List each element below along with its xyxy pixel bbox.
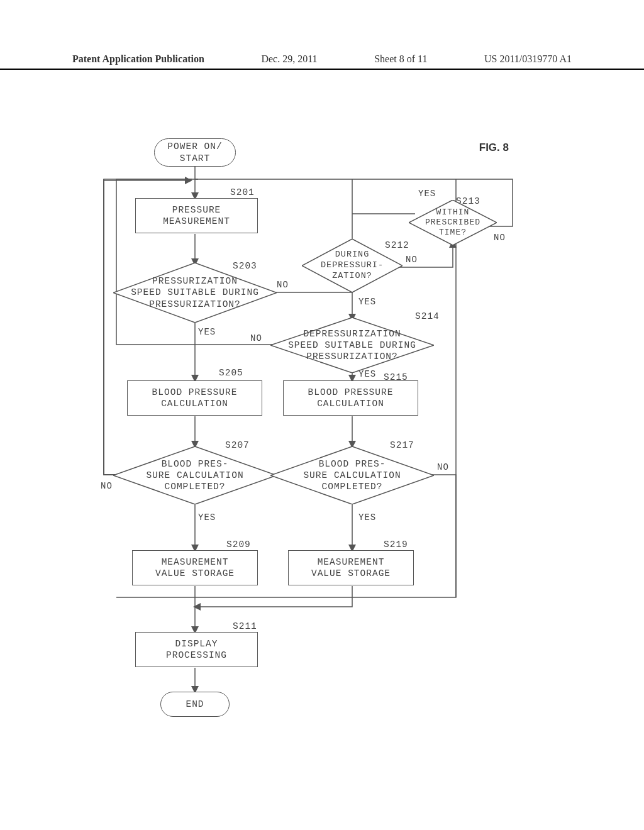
s209-text: MEASUREMENT VALUE STORAGE xyxy=(155,556,235,579)
page-header: Patent Application Publication Dec. 29, … xyxy=(0,53,644,70)
s213-yes: YES xyxy=(418,189,436,199)
s212-no: NO xyxy=(406,255,418,265)
s205-text: BLOOD PRESSURE CALCULATION xyxy=(152,387,238,409)
step-s209: MEASUREMENT VALUE STORAGE xyxy=(132,550,258,585)
label-s201: S201 xyxy=(230,187,255,197)
s203-no: NO xyxy=(277,280,289,290)
label-s219: S219 xyxy=(384,540,408,550)
step-s217: BLOOD PRES- SURE CALCULATION COMPLETED? xyxy=(270,446,434,504)
start-text: POWER ON/ START xyxy=(167,141,222,163)
s214-no: NO xyxy=(250,333,262,343)
step-s207: BLOOD PRES- SURE CALCULATION COMPLETED? xyxy=(113,446,277,504)
s207-no: NO xyxy=(101,481,113,491)
label-s205: S205 xyxy=(219,368,243,378)
end-text: END xyxy=(186,699,204,710)
s207-yes: YES xyxy=(198,512,216,523)
s203-text: PRESSURIZATION SPEED SUITABLE DURING PRE… xyxy=(131,275,259,309)
s212-text: DURING DEPRESSURI- ZATION? xyxy=(321,250,384,282)
s214-text: DEPRESSURIZATION SPEED SUITABLE DURING P… xyxy=(288,328,416,362)
s217-text: BLOOD PRES- SURE CALCULATION COMPLETED? xyxy=(303,458,401,492)
s201-text: PRESSURE MEASUREMENT xyxy=(163,204,230,227)
label-s209: S209 xyxy=(226,540,251,550)
s217-yes: YES xyxy=(358,512,376,523)
s211-text: DISPLAY PROCESSING xyxy=(166,638,227,661)
end-terminal: END xyxy=(160,692,230,717)
s207-text: BLOOD PRES- SURE CALCULATION COMPLETED? xyxy=(146,458,243,492)
header-pubno: US 2011/0319770 A1 xyxy=(484,53,572,65)
step-s211: DISPLAY PROCESSING xyxy=(135,632,258,667)
header-left: Patent Application Publication xyxy=(72,53,204,65)
start-terminal: POWER ON/ START xyxy=(154,138,236,167)
step-s214: DEPRESSURIZATION SPEED SUITABLE DURING P… xyxy=(270,318,434,373)
step-s215: BLOOD PRESSURE CALCULATION xyxy=(283,380,418,416)
step-s219: MEASUREMENT VALUE STORAGE xyxy=(288,550,414,585)
s203-yes: YES xyxy=(198,327,216,337)
step-s203: PRESSURIZATION SPEED SUITABLE DURING PRE… xyxy=(113,263,277,323)
label-s211: S211 xyxy=(233,621,257,631)
s217-no: NO xyxy=(437,462,449,472)
header-sheet: Sheet 8 of 11 xyxy=(374,53,427,65)
s212-yes: YES xyxy=(358,297,376,307)
header-date: Dec. 29, 2011 xyxy=(261,53,317,65)
step-s205: BLOOD PRESSURE CALCULATION xyxy=(127,380,262,416)
s215-text: BLOOD PRESSURE CALCULATION xyxy=(308,387,394,409)
s219-text: MEASUREMENT VALUE STORAGE xyxy=(311,556,391,579)
flowchart: POWER ON/ START S201 PRESSURE MEASUREMEN… xyxy=(101,132,547,767)
step-s212: DURING DEPRESSURI- ZATION? xyxy=(302,239,402,292)
s213-text: WITHIN PRESCRIBED TIME? xyxy=(425,208,480,238)
step-s201: PRESSURE MEASUREMENT xyxy=(135,198,258,233)
step-s213: WITHIN PRESCRIBED TIME? xyxy=(409,200,497,245)
